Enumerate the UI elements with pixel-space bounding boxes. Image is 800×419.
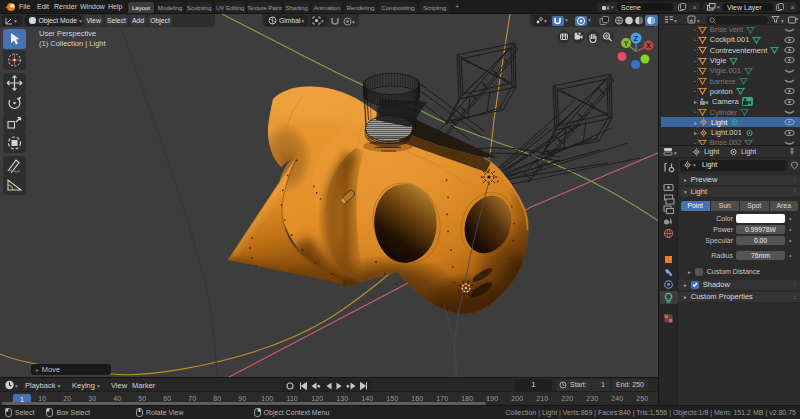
- svg-text:▾: ▾: [781, 18, 784, 24]
- svg-text:▾: ▾: [15, 382, 18, 388]
- svg-text:▾: ▾: [352, 19, 355, 25]
- svg-text:▾: ▾: [674, 18, 677, 24]
- svg-text:▾: ▾: [697, 18, 700, 24]
- svg-text:▾: ▾: [674, 150, 677, 156]
